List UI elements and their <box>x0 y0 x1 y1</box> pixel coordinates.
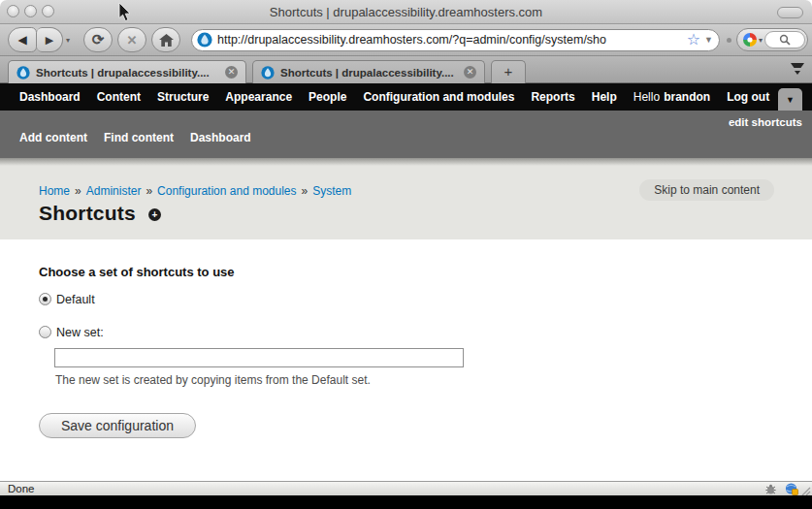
forward-button[interactable]: ▶ <box>37 27 63 52</box>
admin-menu-help[interactable]: Help <box>592 90 617 104</box>
admin-menu-configuration[interactable]: Configuration and modules <box>363 90 514 104</box>
admin-menu-dashboard[interactable]: Dashboard <box>19 90 81 104</box>
chevron-down-icon: ▼ <box>786 95 795 105</box>
breadcrumb-administer[interactable]: Administer <box>86 184 142 198</box>
new-set-description: The new set is created by copying items … <box>55 373 812 387</box>
browser-window: Shortcuts | drupalaccessibility.dreamhos… <box>0 0 812 509</box>
stop-button[interactable]: ✕ <box>117 27 146 52</box>
list-all-tabs-icon[interactable] <box>789 62 806 77</box>
user-greeting: Hello brandon <box>633 90 710 104</box>
admin-menu-content[interactable]: Content <box>97 90 141 104</box>
back-forward-group: ◀ ▶ ▾ <box>0 27 83 52</box>
url-bar[interactable]: http://drupalaccessibility.dreamhosters.… <box>191 29 720 51</box>
reload-icon: ⟳ <box>92 31 105 48</box>
save-configuration-button[interactable]: Save configuration <box>39 413 196 438</box>
tab-close-icon[interactable]: ✕ <box>464 66 476 79</box>
admin-menu-reports[interactable]: Reports <box>531 90 574 104</box>
toolbar-toggle-capsule-button[interactable] <box>777 7 803 18</box>
url-dropdown-icon[interactable]: ▼ <box>704 35 713 45</box>
breadcrumb-home[interactable]: Home <box>39 184 70 198</box>
home-button[interactable] <box>151 27 180 52</box>
tab-label: Shortcuts | drupalaccessibility.... <box>36 67 225 79</box>
add-shortcut-icon[interactable]: + <box>148 208 161 221</box>
drupal-shortcut-bar: edit shortcuts Add content Find content … <box>0 111 812 158</box>
tab-label: Shortcuts | drupalaccessibility.... <box>280 67 464 79</box>
skip-to-main-content-button[interactable]: Skip to main content <box>639 179 774 201</box>
drupal-favicon <box>261 66 275 80</box>
page-title: Shortcuts <box>39 202 136 225</box>
search-bar[interactable]: ▾ <box>736 28 808 51</box>
page-content: Home»Administer»Configuration and module… <box>0 158 812 481</box>
breadcrumb-configuration[interactable]: Configuration and modules <box>157 184 296 198</box>
home-icon <box>159 34 174 47</box>
new-tab-button[interactable]: + <box>491 60 526 83</box>
google-engine-icon <box>743 33 757 47</box>
breadcrumb-separator: » <box>146 184 152 198</box>
bookmark-star-icon[interactable]: ☆ <box>687 32 700 48</box>
reload-button[interactable]: ⟳ <box>83 27 113 52</box>
drupal-favicon <box>197 32 212 48</box>
admin-menu-appearance[interactable]: Appearance <box>225 90 292 104</box>
toolbar-separator-dot <box>727 38 731 43</box>
logout-link[interactable]: Log out <box>727 90 769 104</box>
new-set-name-input[interactable] <box>54 348 464 367</box>
mouse-cursor-icon <box>118 3 132 22</box>
back-icon: ◀ <box>17 33 26 47</box>
stop-icon: ✕ <box>127 33 138 48</box>
page-title-row: Shortcuts + <box>39 202 161 225</box>
breadcrumb: Home»Administer»Configuration and module… <box>39 184 351 198</box>
admin-menu-structure[interactable]: Structure <box>157 90 209 104</box>
shortcut-find-content[interactable]: Find content <box>104 131 174 144</box>
shortcut-add-content[interactable]: Add content <box>19 131 87 144</box>
new-set-radio-label[interactable]: New set: <box>56 326 104 339</box>
history-dropdown-icon[interactable]: ▾ <box>66 36 70 45</box>
radio-row-new-set[interactable]: New set: <box>39 325 812 339</box>
greeting-text: Hello <box>633 90 660 104</box>
tab-shortcuts-1[interactable]: Shortcuts | drupalaccessibility.... ✕ <box>8 60 246 83</box>
drupal-admin-toolbar: Dashboard Content Structure Appearance P… <box>0 83 812 111</box>
status-text: Done <box>8 483 35 494</box>
form-heading: Choose a set of shortcuts to use <box>39 265 812 279</box>
default-radio[interactable] <box>39 293 51 305</box>
default-radio-label[interactable]: Default <box>56 293 95 306</box>
shortcut-dashboard[interactable]: Dashboard <box>190 131 251 144</box>
new-set-radio[interactable] <box>39 326 51 338</box>
bottom-black-strip <box>0 495 812 509</box>
drupal-favicon <box>16 66 30 80</box>
status-icons <box>764 483 798 495</box>
tab-close-icon[interactable]: ✕ <box>225 66 238 79</box>
back-button[interactable]: ◀ <box>8 27 37 52</box>
search-engine-dropdown-icon[interactable]: ▾ <box>759 36 763 45</box>
tab-bar: Shortcuts | drupalaccessibility.... ✕ Sh… <box>0 56 812 83</box>
edit-shortcuts-link[interactable]: edit shortcuts <box>729 116 802 128</box>
breadcrumb-separator: » <box>75 184 81 198</box>
status-bar: Done <box>0 481 812 495</box>
firebug-icon[interactable] <box>764 484 777 495</box>
breadcrumb-system[interactable]: System <box>312 184 351 198</box>
search-input[interactable] <box>764 31 805 48</box>
magnifier-icon <box>779 34 791 46</box>
breadcrumb-separator: » <box>302 184 309 198</box>
shortcut-links: Add content Find content Dashboard <box>19 131 251 144</box>
admin-menu-people[interactable]: People <box>309 90 346 104</box>
browser-toolbar: ◀ ▶ ▾ ⟳ ✕ http://drupalaccessibility.dre… <box>0 24 812 56</box>
username-link[interactable]: brandon <box>664 90 710 104</box>
shortcut-set-form: Choose a set of shortcuts to use Default… <box>0 239 812 481</box>
radio-row-default[interactable]: Default <box>39 292 812 306</box>
forward-icon: ▶ <box>46 34 53 47</box>
url-text[interactable]: http://drupalaccessibility.dreamhosters.… <box>217 33 685 47</box>
tab-shortcuts-2[interactable]: Shortcuts | drupalaccessibility.... ✕ <box>252 60 485 83</box>
network-globe-icon[interactable] <box>785 483 798 495</box>
toolbar-collapse-button[interactable]: ▼ <box>778 88 802 111</box>
